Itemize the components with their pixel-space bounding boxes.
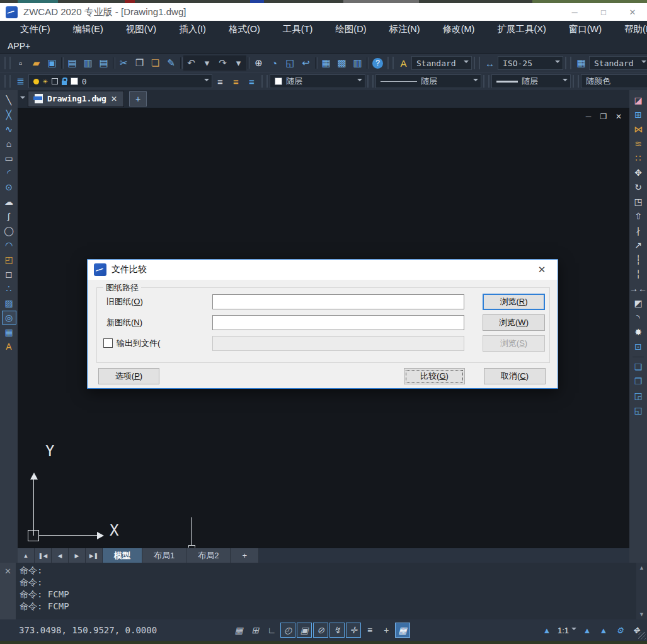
layout-menu-up-icon[interactable]: ▲ <box>18 548 35 563</box>
zoom-previous-icon[interactable]: ↩ <box>298 55 314 71</box>
arc-icon[interactable]: ◜ <box>2 166 16 180</box>
stretch-icon[interactable]: ⇧ <box>631 209 646 223</box>
drawing-canvas[interactable]: ─ ❐ ✕ Y X <box>18 108 629 548</box>
command-scrollbar[interactable]: ▲ ▼ <box>636 563 647 619</box>
array-icon[interactable]: ∷ <box>631 151 646 165</box>
copy-icon[interactable]: ❐ <box>132 55 147 71</box>
redo-icon[interactable]: ↷ <box>215 55 231 71</box>
layer-select[interactable]: ☀ 0 <box>28 74 212 88</box>
mirror-icon[interactable]: ⋈ <box>631 122 646 136</box>
hatch-icon[interactable]: ▨ <box>2 296 16 310</box>
menu-format[interactable]: 格式(O) <box>217 21 272 38</box>
help-icon[interactable]: ? <box>370 55 386 71</box>
bring-above-objects-icon[interactable]: ◲ <box>631 389 646 403</box>
menu-dimension[interactable]: 标注(N) <box>377 21 431 38</box>
dynamic-input-icon[interactable]: ↯ <box>329 623 345 638</box>
browse-new-button[interactable]: 浏览(W) <box>483 314 545 331</box>
mdi-close-button[interactable]: ✕ <box>614 112 623 121</box>
menu-help[interactable]: 帮助(H) <box>613 21 647 38</box>
publish-icon[interactable]: ▤ <box>96 55 112 71</box>
menu-modify[interactable]: 修改(M) <box>432 21 486 38</box>
mtext-icon[interactable]: A <box>2 340 16 354</box>
browse-old-button[interactable]: 浏览(R) <box>483 294 545 310</box>
toolbar-grip[interactable] <box>367 75 374 88</box>
old-drawing-input[interactable] <box>212 294 464 309</box>
grid-display-icon[interactable]: ▦ <box>231 623 246 638</box>
tab-layout1[interactable]: 布局1 <box>142 548 186 563</box>
menu-view[interactable]: 视图(V) <box>115 21 168 38</box>
tool-palettes-icon[interactable]: ▥ <box>350 55 365 71</box>
first-layout-icon[interactable]: ❚◀ <box>35 548 52 563</box>
document-tab-drawing1[interactable]: Drawing1.dwg ✕ <box>28 91 124 107</box>
offset-icon[interactable]: ≋ <box>631 137 646 151</box>
menu-edit[interactable]: 编辑(E) <box>62 21 115 38</box>
join-icon[interactable]: →← <box>631 282 646 296</box>
layer-previous-icon[interactable]: ≡ <box>228 74 244 89</box>
rotate-icon[interactable]: ↻ <box>631 180 646 194</box>
menu-tools[interactable]: 工具(T) <box>272 21 324 38</box>
design-center-icon[interactable]: ▩ <box>334 55 350 71</box>
table-style-select[interactable]: Standard <box>589 56 647 70</box>
annotation-visibility-icon[interactable]: ▲ <box>580 623 594 637</box>
redo-dropdown-icon[interactable]: ▾ <box>231 55 246 71</box>
layer-properties-icon[interactable]: ≣ <box>13 74 28 89</box>
scroll-up-icon[interactable]: ▲ <box>639 565 644 571</box>
print-icon[interactable]: ▤ <box>64 55 80 71</box>
close-command-panel-icon[interactable]: ✕ <box>4 566 11 619</box>
copy-object-icon[interactable]: ⊞ <box>631 108 646 122</box>
extend-icon[interactable]: ↗ <box>631 238 646 252</box>
undo-dropdown-icon[interactable]: ▾ <box>199 55 215 71</box>
spline-icon[interactable]: ∫ <box>2 209 16 223</box>
quick-properties-icon[interactable]: + <box>379 623 394 638</box>
undo-icon[interactable]: ↶ <box>183 55 199 71</box>
trim-icon[interactable]: ∤ <box>631 224 646 238</box>
send-to-back-icon[interactable]: ❐ <box>631 374 646 388</box>
toolbar-grip[interactable] <box>4 57 11 69</box>
text-style-icon[interactable]: A <box>396 55 411 71</box>
tab-model[interactable]: 模型 <box>103 548 142 563</box>
ellipse-arc-icon[interactable]: ◠ <box>2 238 16 252</box>
annotation-scale-icon[interactable]: ▲ <box>540 623 554 637</box>
bring-to-front-icon[interactable]: ❏ <box>631 360 646 374</box>
polar-tracking-icon[interactable]: ◴ <box>280 623 295 638</box>
scale-icon[interactable]: ◳ <box>631 195 646 209</box>
line-icon[interactable]: ╲ <box>2 93 16 107</box>
scroll-down-icon[interactable]: ▼ <box>639 611 644 618</box>
ellipse-icon[interactable]: ◯ <box>2 224 16 238</box>
menu-file[interactable]: 文件(F) <box>9 21 62 38</box>
toolbar-grip[interactable] <box>387 57 394 69</box>
print-preview-icon[interactable]: ▥ <box>80 55 96 71</box>
menu-window[interactable]: 窗口(W) <box>558 21 613 38</box>
layer-states-manager-icon[interactable]: ≡ <box>244 74 260 89</box>
toolbar-grip[interactable] <box>474 57 480 69</box>
ortho-mode-icon[interactable]: ∟ <box>264 623 279 638</box>
fillet-icon[interactable]: ◝ <box>631 311 646 325</box>
minimize-button[interactable]: ─ <box>560 3 589 21</box>
save-icon[interactable]: ▣ <box>44 55 60 71</box>
rectangle-icon[interactable]: ▭ <box>2 151 16 165</box>
snap-mode-icon[interactable]: ⊞ <box>248 623 263 638</box>
annotation-scale-select[interactable]: 1:1 <box>558 626 576 635</box>
break-icon[interactable]: ╎ <box>631 267 646 281</box>
layout-grid-icon[interactable]: ▦ <box>395 623 410 638</box>
close-tab-icon[interactable]: ✕ <box>111 95 117 103</box>
linetype-select[interactable]: 随层 <box>375 74 481 88</box>
menu-draw[interactable]: 绘图(D) <box>324 21 377 38</box>
toolbar-grip[interactable] <box>573 75 579 88</box>
toolbar-grip[interactable] <box>4 75 11 88</box>
cut-icon[interactable]: ✂ <box>116 55 132 71</box>
zoom-window-icon[interactable]: ◱ <box>282 55 298 71</box>
send-under-objects-icon[interactable]: ◱ <box>631 403 646 417</box>
tab-list-dropdown-icon[interactable] <box>20 96 25 101</box>
toolbar-grip[interactable] <box>483 75 490 88</box>
make-block-icon[interactable]: ◻ <box>2 267 16 281</box>
break-at-point-icon[interactable]: ┆ <box>631 253 646 267</box>
previous-layout-icon[interactable]: ◀ <box>52 548 69 563</box>
polygon-icon[interactable]: ⌂ <box>2 137 16 151</box>
command-history[interactable]: 命令:命令:命令: FCMP命令: FCMP <box>16 563 636 619</box>
move-icon[interactable]: ✥ <box>631 166 646 180</box>
compare-button[interactable]: 比较(G) <box>404 368 465 384</box>
lineweight-select[interactable]: 随层 <box>491 74 571 88</box>
menu-app-plus[interactable]: APP+ <box>8 41 30 51</box>
auto-annotation-scale-icon[interactable]: ▲ <box>597 623 610 637</box>
